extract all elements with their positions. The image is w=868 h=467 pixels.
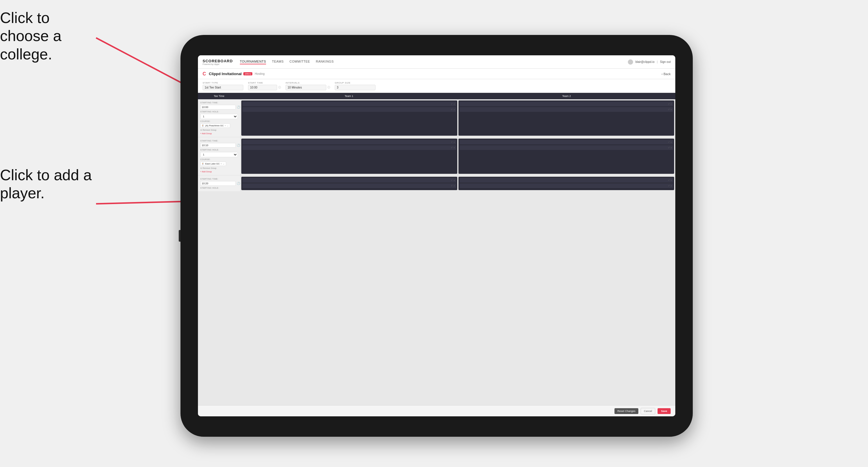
remove-group-1[interactable]: ⊖ Remove Group (200, 129, 238, 131)
remove-course-2[interactable]: × (221, 162, 222, 165)
start-time-input[interactable] (248, 85, 277, 90)
player-slot-4-2[interactable]: ⤢ × (460, 145, 673, 150)
expand-icon-5-2[interactable]: ⤢ (451, 185, 453, 187)
expand-icon-2-2[interactable]: ⤢ (668, 108, 670, 111)
course-name-1: (A) Peachtree GC (205, 124, 224, 127)
tablet-frame: SCOREBOARD Powered by clippd TOURNAMENTS… (181, 35, 693, 437)
schedule-row-1: STARTING TIME: 🕐 STARTING HOLE: 1 COURSE… (198, 99, 675, 137)
starting-time-input-1[interactable] (200, 105, 236, 110)
course-tag-1[interactable]: 🏌 (A) Peachtree GC × ⌄ (200, 123, 230, 128)
expand-icon-6-1[interactable]: ⤢ (668, 179, 670, 181)
close-icon-5-2[interactable]: × (454, 185, 455, 187)
starting-time-label-3: STARTING TIME: (200, 178, 238, 180)
footer-bar: Reset Changes Cancel Save (198, 405, 675, 416)
player-slot-3-1[interactable]: ⤢ × (243, 140, 456, 145)
player-slot-6-2[interactable]: ⤢ × (460, 183, 673, 188)
cancel-button[interactable]: Cancel (641, 408, 655, 414)
nav-links: TOURNAMENTS TEAMS COMMITTEE RANKINGS (240, 60, 628, 64)
side-button[interactable] (179, 230, 181, 242)
nav-committee[interactable]: COMMITTEE (290, 60, 310, 64)
close-icon-1-1[interactable]: × (454, 103, 455, 105)
time-icon-1: 🕐 (237, 106, 240, 108)
course-tag-2[interactable]: 🏌 East Lake GC × ⌄ (200, 162, 226, 166)
player-slot-6-1[interactable]: ⤢ × (460, 178, 673, 183)
starting-time-input-3[interactable] (200, 181, 236, 186)
schedule-row-2: STARTING TIME: 🕐 STARTING HOLE: 1 COURSE… (198, 137, 675, 176)
starting-time-label-1: STARTING TIME: (200, 102, 238, 104)
save-button[interactable]: Save (657, 408, 671, 414)
player-slot-2-1[interactable]: ⤢ × (460, 102, 673, 106)
remove-course-1[interactable]: × (225, 124, 226, 127)
group-size-select[interactable]: 3 (335, 85, 375, 90)
starting-hole-select-2[interactable]: 1 (200, 152, 238, 157)
tee-controls-2: STARTING TIME: 🕐 STARTING HOLE: 1 COURSE… (198, 137, 240, 175)
expand-icon-1-1[interactable]: ⤢ (451, 103, 453, 105)
time-icon-2: 🕐 (237, 144, 240, 147)
nav-tournaments[interactable]: TOURNAMENTS (240, 60, 266, 64)
close-icon-2-1[interactable]: × (671, 103, 672, 105)
th-tee-time: Tee Time (198, 93, 240, 99)
group-size-group: Group Size 3 (335, 82, 375, 90)
player-slot-5-1[interactable]: ⤢ × (243, 178, 456, 183)
close-icon-4-1[interactable]: × (671, 141, 672, 143)
close-icon-6-1[interactable]: × (671, 179, 672, 181)
team1-cell-1: ⤢ × ⤢ × (241, 100, 457, 136)
table-header: Tee Time Team 1 Team 2 (198, 93, 675, 99)
nav-rankings[interactable]: RANKINGS (316, 60, 334, 64)
starting-hole-label-2: STARTING HOLE: (200, 149, 238, 151)
starting-hole-row-1: 1 (200, 114, 238, 119)
close-icon-4-2[interactable]: × (671, 147, 672, 149)
team2-cell-1: ⤢ × ⤢ × (459, 100, 675, 136)
player-slot-1-2[interactable]: ⤢ × (243, 107, 456, 112)
intervals-select[interactable]: 10 Minutes (285, 85, 326, 90)
start-type-select[interactable]: 1st Tee Start (203, 85, 243, 90)
expand-icon-5-1[interactable]: ⤢ (451, 179, 453, 181)
expand-icon-3-2[interactable]: ⤢ (451, 147, 453, 149)
add-group-1[interactable]: + Add Group (200, 132, 238, 134)
chevron-course-2[interactable]: ⌄ (223, 162, 225, 165)
start-type-group: Start Type 1st Tee Start (203, 82, 243, 90)
player-slot-3-2[interactable]: ⤢ × (243, 145, 456, 150)
group-size-label: Group Size (335, 82, 375, 84)
starting-hole-row-2: 1 (200, 152, 238, 157)
expand-icon-1-2[interactable]: ⤢ (451, 108, 453, 111)
nav-teams[interactable]: TEAMS (272, 60, 283, 64)
player-slot-1-1[interactable]: ⤢ × (243, 102, 456, 106)
sign-out-link[interactable]: Sign out (660, 60, 671, 63)
starting-hole-label-1: STARTING HOLE: (200, 111, 238, 113)
form-row: Start Type 1st Tee Start Start Time ⓘ In… (198, 79, 675, 93)
tablet-screen: SCOREBOARD Powered by clippd TOURNAMENTS… (198, 55, 675, 416)
expand-icon-6-2[interactable]: ⤢ (668, 185, 670, 187)
remove-group-2[interactable]: ⊖ Remove Group (200, 167, 238, 169)
starting-time-row-1: 🕐 (200, 105, 238, 110)
intervals-label: Intervals (285, 82, 330, 84)
add-group-2[interactable]: + Add Group (200, 170, 238, 173)
close-icon-1-2[interactable]: × (454, 108, 455, 111)
back-button[interactable]: ‹ Back (662, 72, 671, 76)
chevron-course-1[interactable]: ⌄ (227, 124, 229, 127)
starting-time-input-2[interactable] (200, 143, 236, 148)
subtitle-badge: (Men) (243, 72, 252, 75)
close-icon-2-2[interactable]: × (671, 108, 672, 111)
player-slot-4-1[interactable]: ⤢ × (460, 140, 673, 145)
expand-icon-2-1[interactable]: ⤢ (668, 103, 670, 105)
expand-icon-4-1[interactable]: ⤢ (668, 141, 670, 143)
content-area: STARTING TIME: 🕐 STARTING HOLE: 1 COURSE… (198, 99, 675, 405)
expand-icon-4-2[interactable]: ⤢ (668, 147, 670, 149)
nav-right: blair@clippd.io | Sign out (628, 59, 671, 65)
starting-hole-label-3: STARTING HOLE: (200, 187, 238, 189)
intervals-group: Intervals 10 Minutes ⓘ (285, 82, 330, 90)
starting-hole-select-1[interactable]: 1 (200, 114, 238, 119)
player-slot-2-2[interactable]: ⤢ × (460, 107, 673, 112)
player-slot-5-2[interactable]: ⤢ × (243, 183, 456, 188)
tee-controls-3: STARTING TIME: 🕐 STARTING HOLE: (198, 176, 240, 191)
user-avatar (628, 59, 633, 65)
close-icon-3-1[interactable]: × (454, 141, 455, 143)
reset-button[interactable]: Reset Changes (615, 408, 638, 414)
close-icon-5-1[interactable]: × (454, 179, 455, 181)
expand-icon-3-1[interactable]: ⤢ (451, 141, 453, 143)
team1-cell-3: ⤢ × ⤢ × (241, 177, 457, 190)
close-icon-6-2[interactable]: × (671, 185, 672, 187)
close-icon-3-2[interactable]: × (454, 147, 455, 149)
th-team2: Team 2 (458, 93, 676, 99)
